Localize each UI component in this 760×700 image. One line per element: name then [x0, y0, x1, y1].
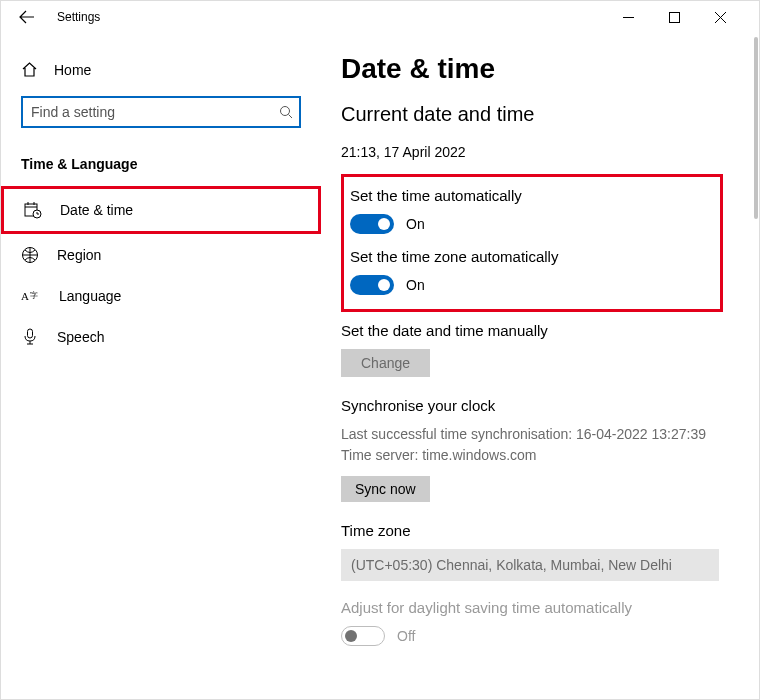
manual-label: Set the date and time manually — [341, 322, 723, 339]
auto-settings-group: Set the time automatically On Set the ti… — [341, 174, 723, 312]
sync-now-button[interactable]: Sync now — [341, 476, 430, 502]
sidebar-item-region[interactable]: Region — [1, 234, 321, 276]
auto-time-toggle[interactable] — [350, 214, 394, 234]
close-button[interactable] — [697, 1, 743, 33]
sync-info: Last successful time synchronisation: 16… — [341, 424, 723, 466]
search-input[interactable] — [21, 96, 301, 128]
sidebar-item-date-time[interactable]: Date & time — [1, 186, 321, 234]
dst-toggle-row: Off — [341, 626, 723, 646]
change-button[interactable]: Change — [341, 349, 430, 377]
auto-tz-toggle-row: On — [350, 275, 706, 295]
calendar-clock-icon — [24, 201, 42, 219]
language-icon: A字 — [21, 288, 41, 304]
svg-text:A: A — [21, 290, 29, 302]
page-title: Date & time — [341, 53, 723, 85]
group-header: Time & Language — [1, 138, 321, 186]
auto-tz-toggle[interactable] — [350, 275, 394, 295]
minimize-button[interactable] — [605, 1, 651, 33]
window-title: Settings — [57, 10, 100, 24]
sync-server: Time server: time.windows.com — [341, 445, 723, 466]
auto-tz-state: On — [406, 277, 425, 293]
maximize-button[interactable] — [651, 1, 697, 33]
arrow-left-icon — [19, 9, 35, 25]
tz-heading: Time zone — [341, 522, 723, 539]
home-label: Home — [54, 62, 91, 78]
maximize-icon — [669, 12, 680, 23]
microphone-icon — [21, 328, 39, 346]
current-datetime-value: 21:13, 17 April 2022 — [341, 144, 723, 160]
svg-rect-0 — [669, 12, 679, 22]
dst-toggle[interactable] — [341, 626, 385, 646]
auto-tz-label: Set the time zone automatically — [350, 248, 706, 265]
svg-text:字: 字 — [30, 291, 38, 300]
body: Home Time & Language Date & time Region … — [1, 33, 759, 699]
minimize-icon — [623, 12, 634, 23]
dst-state: Off — [397, 628, 415, 644]
window-controls — [605, 1, 759, 33]
globe-icon — [21, 246, 39, 264]
sidebar-item-label: Speech — [57, 329, 104, 345]
auto-time-state: On — [406, 216, 425, 232]
back-button[interactable] — [13, 3, 41, 31]
sidebar: Home Time & Language Date & time Region … — [1, 33, 321, 699]
sidebar-item-label: Language — [59, 288, 121, 304]
search-box — [21, 96, 301, 128]
sidebar-item-speech[interactable]: Speech — [1, 316, 321, 358]
auto-time-label: Set the time automatically — [350, 187, 706, 204]
tz-dropdown[interactable]: (UTC+05:30) Chennai, Kolkata, Mumbai, Ne… — [341, 549, 719, 581]
home-icon — [21, 61, 38, 78]
content: Date & time Current date and time 21:13,… — [321, 33, 759, 699]
sync-heading: Synchronise your clock — [341, 397, 723, 414]
sidebar-item-label: Date & time — [60, 202, 133, 218]
sidebar-item-label: Region — [57, 247, 101, 263]
dst-label: Adjust for daylight saving time automati… — [341, 599, 723, 616]
current-datetime-heading: Current date and time — [341, 103, 723, 126]
scrollbar[interactable] — [754, 37, 758, 219]
titlebar: Settings — [1, 1, 759, 33]
tz-value: (UTC+05:30) Chennai, Kolkata, Mumbai, Ne… — [351, 557, 672, 573]
auto-time-toggle-row: On — [350, 214, 706, 234]
search-icon — [279, 105, 293, 119]
sync-last: Last successful time synchronisation: 16… — [341, 424, 723, 445]
sidebar-home[interactable]: Home — [1, 53, 321, 86]
svg-rect-7 — [28, 329, 33, 338]
close-icon — [715, 12, 726, 23]
content-scroll: Date & time Current date and time 21:13,… — [341, 53, 739, 699]
sidebar-item-language[interactable]: A字 Language — [1, 276, 321, 316]
svg-point-1 — [281, 107, 290, 116]
